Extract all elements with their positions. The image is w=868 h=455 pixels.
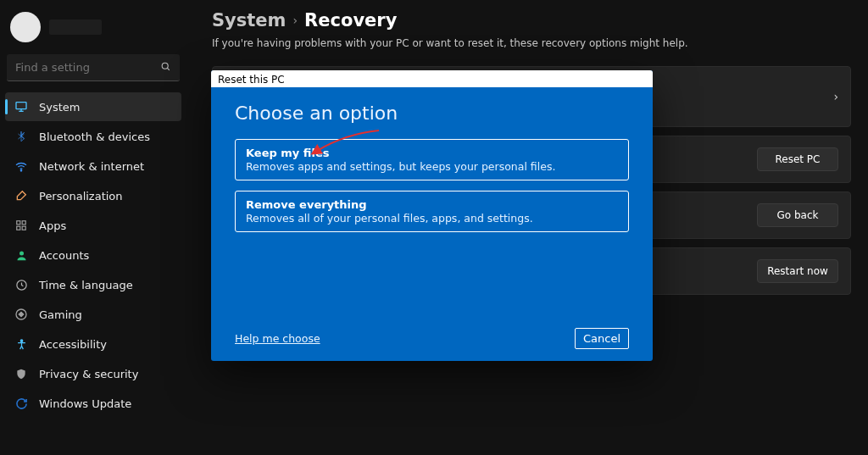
chevron-right-icon: › bbox=[292, 14, 298, 27]
sidebar-item-label: Windows Update bbox=[39, 397, 175, 410]
sidebar-item-privacy[interactable]: Privacy & security bbox=[5, 359, 181, 388]
svg-point-10 bbox=[19, 251, 24, 255]
sidebar-item-accessibility[interactable]: Accessibility bbox=[5, 330, 181, 358]
sidebar-item-label: Apps bbox=[39, 219, 175, 232]
update-icon bbox=[14, 396, 29, 411]
chevron-right-icon: › bbox=[833, 90, 838, 103]
sidebar-item-time-language[interactable]: Time & language bbox=[5, 270, 181, 299]
system-icon bbox=[14, 99, 29, 114]
restart-now-button[interactable]: Restart now bbox=[757, 259, 838, 283]
sidebar-item-label: System bbox=[39, 101, 175, 114]
brush-icon bbox=[14, 188, 29, 203]
sidebar-item-system[interactable]: System bbox=[5, 92, 181, 121]
breadcrumb-current: Recovery bbox=[304, 10, 397, 31]
search-box[interactable] bbox=[7, 54, 180, 81]
shield-icon bbox=[14, 366, 29, 381]
sidebar-item-personalization[interactable]: Personalization bbox=[5, 181, 181, 210]
svg-rect-8 bbox=[17, 226, 20, 230]
profile-header[interactable] bbox=[0, 8, 186, 54]
svg-line-1 bbox=[167, 68, 170, 70]
option-keep-my-files[interactable]: Keep my files Removes apps and settings,… bbox=[235, 139, 629, 180]
svg-point-0 bbox=[162, 63, 168, 69]
svg-rect-6 bbox=[17, 221, 20, 225]
sidebar-item-label: Bluetooth & devices bbox=[39, 130, 175, 143]
sidebar-item-label: Accessibility bbox=[39, 338, 175, 351]
apps-icon bbox=[14, 218, 29, 233]
dialog-titlebar: Reset this PC bbox=[211, 70, 653, 87]
reset-pc-dialog: Reset this PC Choose an option Keep my f… bbox=[211, 70, 653, 361]
bluetooth-icon bbox=[14, 129, 29, 144]
svg-rect-2 bbox=[16, 103, 26, 109]
gamepad-icon bbox=[14, 307, 29, 322]
sidebar-item-label: Gaming bbox=[39, 308, 175, 321]
go-back-button[interactable]: Go back bbox=[757, 203, 838, 227]
sidebar-item-label: Privacy & security bbox=[39, 368, 175, 380]
option-subtitle: Removes all of your personal files, apps… bbox=[246, 212, 618, 225]
sidebar-item-accounts[interactable]: Accounts bbox=[5, 241, 181, 269]
sidebar-item-label: Time & language bbox=[39, 279, 175, 291]
svg-rect-9 bbox=[22, 226, 25, 230]
option-title: Keep my files bbox=[246, 147, 618, 159]
sidebar-item-network[interactable]: Network & internet bbox=[5, 152, 181, 180]
svg-point-13 bbox=[20, 339, 23, 341]
option-title: Remove everything bbox=[246, 198, 618, 211]
sidebar-item-bluetooth[interactable]: Bluetooth & devices bbox=[5, 122, 181, 151]
page-description: If you're having problems with your PC o… bbox=[212, 37, 851, 49]
sidebar-item-label: Network & internet bbox=[39, 160, 175, 173]
profile-name-placeholder bbox=[49, 19, 102, 35]
svg-point-5 bbox=[20, 170, 21, 171]
person-icon bbox=[14, 247, 29, 263]
search-icon bbox=[160, 61, 171, 75]
reset-pc-button[interactable]: Reset PC bbox=[757, 147, 838, 171]
breadcrumb: System › Recovery bbox=[212, 10, 851, 31]
avatar bbox=[10, 12, 41, 42]
wifi-icon bbox=[14, 158, 29, 174]
sidebar-item-apps[interactable]: Apps bbox=[5, 211, 181, 240]
option-remove-everything[interactable]: Remove everything Removes all of your pe… bbox=[235, 191, 629, 232]
sidebar: System Bluetooth & devices Network & int… bbox=[0, 0, 186, 455]
svg-rect-7 bbox=[22, 221, 25, 225]
dialog-heading: Choose an option bbox=[235, 103, 629, 124]
sidebar-item-update[interactable]: Windows Update bbox=[5, 389, 181, 418]
breadcrumb-parent[interactable]: System bbox=[212, 10, 286, 31]
nav-list: System Bluetooth & devices Network & int… bbox=[0, 88, 186, 422]
help-me-choose-link[interactable]: Help me choose bbox=[235, 332, 320, 345]
search-input[interactable] bbox=[15, 61, 160, 74]
cancel-button[interactable]: Cancel bbox=[575, 328, 629, 349]
sidebar-item-label: Accounts bbox=[39, 249, 175, 262]
sidebar-item-gaming[interactable]: Gaming bbox=[5, 300, 181, 329]
option-subtitle: Removes apps and settings, but keeps you… bbox=[246, 160, 618, 173]
clock-icon bbox=[14, 277, 29, 292]
sidebar-item-label: Personalization bbox=[39, 190, 175, 203]
accessibility-icon bbox=[14, 336, 29, 352]
